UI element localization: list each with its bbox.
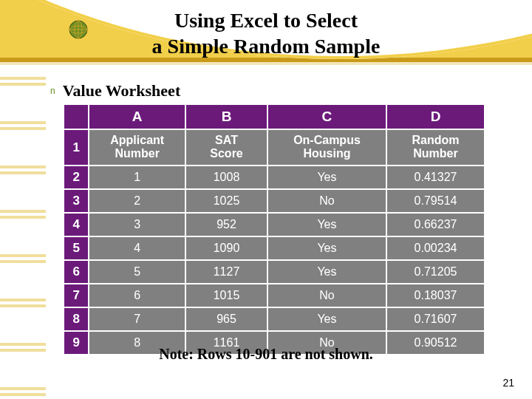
cell-housing: Yes (267, 236, 386, 260)
cell-random: 0.79514 (386, 189, 485, 213)
cell-random: 0.00234 (386, 236, 485, 260)
cell-sat: 1090 (185, 236, 267, 260)
footnote: Note: Rows 10-901 are not shown. (0, 346, 532, 363)
row-number: 7 (64, 284, 89, 307)
page-number: 21 (502, 377, 514, 389)
slide-title: Using Excel to Select a Simple Random Sa… (0, 7, 532, 59)
row-number-1: 1 (64, 129, 89, 166)
cell-housing: Yes (267, 260, 386, 284)
cell-random: 0.71205 (386, 260, 485, 284)
bullet-item: n Value Worksheet (50, 81, 180, 100)
row-number: 8 (64, 307, 89, 331)
table-row: 761015No0.18037 (64, 284, 485, 307)
bullet-label: Value Worksheet (63, 81, 181, 100)
table-row: 211008Yes0.41327 (64, 166, 485, 189)
row-number: 4 (64, 213, 89, 236)
cell-random: 0.18037 (386, 284, 485, 307)
col-header-D: D (386, 104, 485, 129)
row-number: 5 (64, 236, 89, 260)
table-row: 651127Yes0.71205 (64, 260, 485, 284)
cell-applicant: 5 (89, 260, 185, 284)
header-corner (64, 104, 89, 129)
cell-applicant: 1 (89, 166, 185, 189)
cell-sat: 1025 (185, 189, 267, 213)
cell-housing: Yes (267, 213, 386, 236)
cell-sat: 1015 (185, 284, 267, 307)
cell-sat: 1127 (185, 260, 267, 284)
subheader-random: RandomNumber (386, 129, 485, 166)
cell-applicant: 2 (89, 189, 185, 213)
excel-table: A B C D 1 ApplicantNumber SATScore On-Ca… (63, 103, 485, 355)
cell-housing: No (267, 189, 386, 213)
cell-random: 0.66237 (386, 213, 485, 236)
subheader-row: 1 ApplicantNumber SATScore On-CampusHous… (64, 129, 485, 166)
title-line-2: a Simple Random Sample (152, 35, 381, 58)
table-row: 43952Yes0.66237 (64, 213, 485, 236)
cell-sat: 952 (185, 213, 267, 236)
cell-housing: Yes (267, 166, 386, 189)
table-row: 87965Yes0.71607 (64, 307, 485, 331)
subheader-applicant: ApplicantNumber (89, 129, 185, 166)
cell-housing: Yes (267, 307, 386, 331)
title-line-1: Using Excel to Select (174, 9, 358, 32)
bullet-marker-icon: n (50, 86, 55, 95)
table-row: 321025No0.79514 (64, 189, 485, 213)
col-header-A: A (89, 104, 185, 129)
column-header-row: A B C D (64, 104, 485, 129)
subheader-housing: On-CampusHousing (267, 129, 386, 166)
cell-applicant: 6 (89, 284, 185, 307)
cell-sat: 1008 (185, 166, 267, 189)
row-number: 2 (64, 166, 89, 189)
col-header-B: B (185, 104, 267, 129)
cell-random: 0.41327 (386, 166, 485, 189)
cell-applicant: 3 (89, 213, 185, 236)
row-number: 6 (64, 260, 89, 284)
cell-applicant: 7 (89, 307, 185, 331)
cell-sat: 965 (185, 307, 267, 331)
subheader-sat: SATScore (185, 129, 267, 166)
cell-applicant: 4 (89, 236, 185, 260)
cell-housing: No (267, 284, 386, 307)
excel-table-container: A B C D 1 ApplicantNumber SATScore On-Ca… (63, 103, 485, 355)
col-header-C: C (267, 104, 386, 129)
table-body: 1 ApplicantNumber SATScore On-CampusHous… (64, 129, 485, 355)
row-number: 3 (64, 189, 89, 213)
slide: Using Excel to Select a Simple Random Sa… (0, 0, 532, 399)
cell-random: 0.71607 (386, 307, 485, 331)
table-row: 541090Yes0.00234 (64, 236, 485, 260)
